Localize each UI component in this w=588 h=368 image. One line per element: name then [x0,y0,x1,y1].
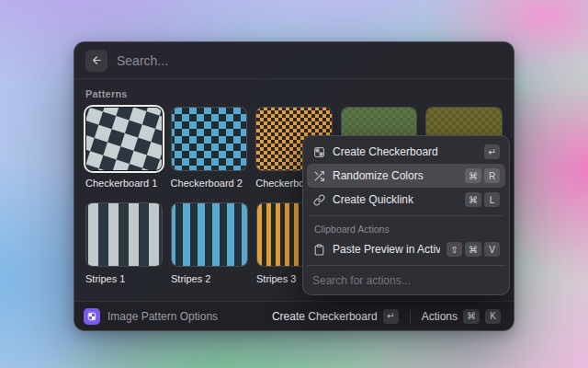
menu-item-shortcut: ⌘R [465,168,500,183]
checkerboard-pattern [85,107,163,171]
key-r: R [484,168,500,183]
menu-item-label: Randomize Colors [333,169,458,182]
extension-icon [84,308,100,325]
search-input[interactable] [117,53,503,68]
menu-item-shortcut: ⌘L [465,192,500,207]
menu-item-shortcut: ⇧⌘V [447,242,500,257]
pattern-item[interactable]: Checkerboard 1 [85,107,163,190]
pattern-thumbnail-stripes-2[interactable] [171,202,248,267]
menu-item-create-checkerboard[interactable]: Create Checkerboard ↵ [307,140,505,164]
footer-app-label: Image Pattern Options [107,310,218,323]
menu-item-label: Create Checkerboard [333,145,478,158]
launcher-window: Patterns Checkerboard 1 Checkerboard 2 C… [74,41,514,331]
footer-actions: Create Checkerboard ↵ Actions ⌘ K [268,306,504,327]
pattern-label: Stripes 2 [171,273,248,285]
key-shift: ⇧ [447,242,462,257]
pattern-label: Checkerboard 2 [171,178,248,190]
pattern-thumbnail-stripes-1[interactable] [85,202,163,267]
checkerboard-pattern [171,107,248,171]
key-v: V [484,242,500,257]
key-cmd: ⌘ [463,309,480,324]
menu-item-create-quicklink[interactable]: Create Quicklink ⌘L [307,188,505,212]
key-k: K [485,309,501,324]
key-cmd: ⌘ [465,168,481,183]
desktop-background: Patterns Checkerboard 1 Checkerboard 2 C… [0,0,588,368]
key-return: ↵ [484,144,500,159]
actions-search-bar [307,265,505,291]
pattern-thumbnail-checkerboard-1[interactable] [85,107,163,171]
pattern-item[interactable]: Stripes 2 [171,202,248,285]
search-bar [74,42,514,79]
section-title-patterns: Patterns [85,88,503,99]
menu-divider [309,215,503,216]
key-l: L [484,192,500,207]
menu-section-clipboard-actions: Clipboard Actions [307,220,505,237]
checkerboard-icon [312,145,326,159]
footer-bar: Image Pattern Options Create Checkerboar… [74,301,514,330]
back-button[interactable] [85,50,107,72]
actions-button[interactable]: Actions ⌘ K [418,306,504,327]
actions-search-input[interactable] [312,274,500,287]
actions-menu-popup: Create Checkerboard ↵ Randomize Colors ⌘… [302,135,510,295]
key-return: ↵ [383,309,399,324]
pattern-item[interactable]: Checkerboard 2 [171,107,248,190]
arrow-left-icon [91,54,103,66]
actions-button-label: Actions [422,310,458,323]
menu-item-shortcut: ↵ [484,144,500,159]
primary-action-label: Create Checkerboard [272,310,378,323]
link-icon [312,193,326,207]
stripes-pattern [171,202,248,267]
menu-item-randomize-colors[interactable]: Randomize Colors ⌘R [307,164,505,188]
clipboard-icon [312,243,326,257]
menu-item-label: Paste Preview in Active App [333,243,440,256]
key-cmd: ⌘ [465,242,481,257]
menu-item-label: Create Quicklink [333,193,458,206]
footer-divider [410,310,411,323]
pattern-label: Checkerboard 1 [85,178,163,190]
pattern-item[interactable]: Stripes 1 [85,202,163,285]
menu-item-paste-preview[interactable]: Paste Preview in Active App ⇧⌘V [307,237,505,261]
shuffle-icon [312,169,326,183]
primary-action-button[interactable]: Create Checkerboard ↵ [268,306,402,327]
key-cmd: ⌘ [465,192,481,207]
pattern-label: Stripes 1 [85,273,163,285]
stripes-pattern [85,202,163,267]
footer-app-info: Image Pattern Options [84,308,218,325]
pattern-thumbnail-checkerboard-2[interactable] [171,107,248,171]
